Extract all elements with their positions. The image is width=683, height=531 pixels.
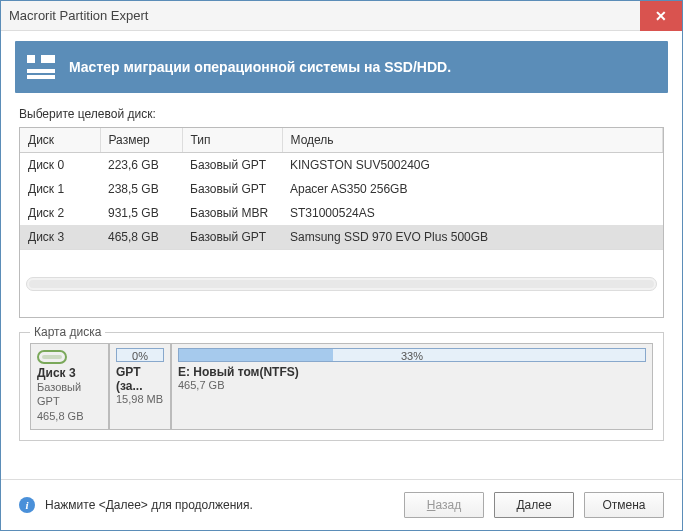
cell-disk: Диск 1 <box>20 177 100 201</box>
cell-model: Apacer AS350 256GB <box>282 177 663 201</box>
partition-name: E: Новый том(NTFS) <box>178 365 646 379</box>
partition-size: 15,98 MB <box>116 393 164 405</box>
close-button[interactable]: ✕ <box>640 1 682 31</box>
cell-disk: Диск 2 <box>20 201 100 225</box>
diskmap-fieldset: Карта диска Диск 3 Базовый GPT 465,8 GB … <box>19 332 664 441</box>
cell-disk: Диск 3 <box>20 225 100 249</box>
cell-type: Базовый MBR <box>182 201 282 225</box>
wizard-icon <box>27 55 55 79</box>
cell-size: 238,5 GB <box>100 177 182 201</box>
col-disk[interactable]: Диск <box>20 128 100 153</box>
diskmap-info: Диск 3 Базовый GPT 465,8 GB <box>31 344 110 429</box>
col-type[interactable]: Тип <box>182 128 282 153</box>
partition-bar: 33% <box>178 348 646 362</box>
footer: i Нажмите <Далее> для продолжения. Назад… <box>1 479 682 530</box>
cell-type: Базовый GPT <box>182 153 282 178</box>
col-model[interactable]: Модель <box>282 128 663 153</box>
back-button[interactable]: Назад <box>404 492 484 518</box>
cell-model: ST31000524AS <box>282 201 663 225</box>
table-row[interactable]: Диск 0223,6 GBБазовый GPTKINGSTON SUV500… <box>20 153 663 178</box>
partition-size: 465,7 GB <box>178 379 646 391</box>
footer-text: Нажмите <Далее> для продолжения. <box>45 498 404 512</box>
banner: Мастер миграции операционной системы на … <box>15 41 668 93</box>
diskmap-disk-type: Базовый GPT <box>37 380 102 409</box>
cell-size: 931,5 GB <box>100 201 182 225</box>
titlebar: Macrorit Partition Expert ✕ <box>1 1 682 31</box>
cell-model: KINGSTON SUV500240G <box>282 153 663 178</box>
info-icon: i <box>19 497 35 513</box>
cell-type: Базовый GPT <box>182 225 282 249</box>
table-header-row: Диск Размер Тип Модель <box>20 128 663 153</box>
disk-icon <box>37 350 67 364</box>
col-size[interactable]: Размер <box>100 128 182 153</box>
disk-table: Диск Размер Тип Модель Диск 0223,6 GBБаз… <box>19 127 664 318</box>
window: Macrorit Partition Expert ✕ Мастер мигра… <box>0 0 683 531</box>
cell-size: 465,8 GB <box>100 225 182 249</box>
content: Выберите целевой диск: Диск Размер Тип М… <box>1 103 682 479</box>
instruction-label: Выберите целевой диск: <box>19 107 664 121</box>
cell-disk: Диск 0 <box>20 153 100 178</box>
partition-bar: 0% <box>116 348 164 362</box>
banner-text: Мастер миграции операционной системы на … <box>69 59 451 75</box>
partition-name: GPT (за... <box>116 365 164 393</box>
partition[interactable]: 33%E: Новый том(NTFS)465,7 GB <box>172 344 652 429</box>
cell-size: 223,6 GB <box>100 153 182 178</box>
table-row[interactable]: Диск 1238,5 GBБазовый GPTApacer AS350 25… <box>20 177 663 201</box>
button-bar: Назад Далее Отмена <box>404 492 664 518</box>
diskmap: Диск 3 Базовый GPT 465,8 GB 0%GPT (за...… <box>30 343 653 430</box>
diskmap-disk-label: Диск 3 <box>37 366 102 380</box>
cell-type: Базовый GPT <box>182 177 282 201</box>
scroll-area <box>20 249 663 317</box>
next-button[interactable]: Далее <box>494 492 574 518</box>
partition[interactable]: 0%GPT (за...15,98 MB <box>110 344 172 429</box>
diskmap-title: Карта диска <box>30 325 105 339</box>
diskmap-disk-size: 465,8 GB <box>37 409 102 423</box>
table-row[interactable]: Диск 2931,5 GBБазовый MBRST31000524AS <box>20 201 663 225</box>
cancel-button[interactable]: Отмена <box>584 492 664 518</box>
cell-model: Samsung SSD 970 EVO Plus 500GB <box>282 225 663 249</box>
window-title: Macrorit Partition Expert <box>9 8 148 23</box>
table-row[interactable]: Диск 3465,8 GBБазовый GPTSamsung SSD 970… <box>20 225 663 249</box>
horizontal-scrollbar[interactable] <box>26 277 657 291</box>
